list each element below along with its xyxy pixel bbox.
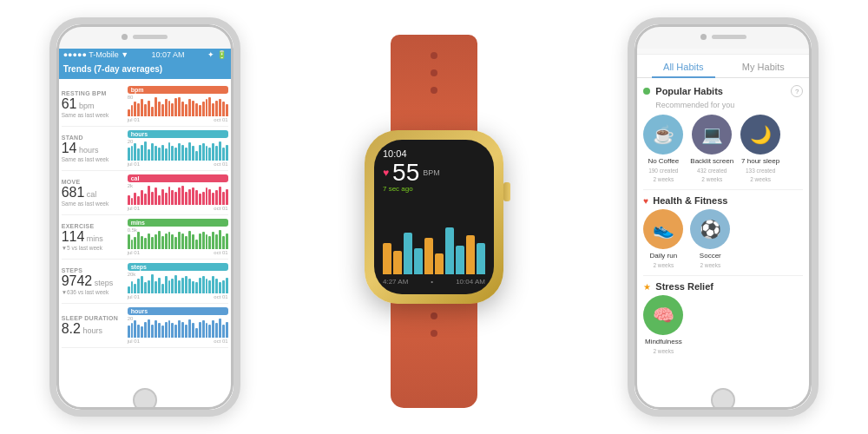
stress-habits-row: 🧠Mindfulness2 weeks: [643, 295, 803, 354]
health-row: STEPS 9742 steps ▼636 vs last week steps…: [62, 260, 228, 304]
watch-band-bottom: [391, 295, 477, 408]
watch-bar: [477, 243, 485, 274]
watch-screen: 10:04 ♥ 55 BPM 7 sec ago 4:27 AM • 10:04…: [374, 140, 494, 294]
health-section-header: ♥ Health & Fitness: [643, 195, 803, 206]
band-hole-3: [431, 87, 437, 94]
watch-band-top: [391, 35, 477, 139]
divider-1: [643, 189, 803, 190]
habit-name: No Coffee: [648, 157, 679, 165]
clock: 10:07 AM: [152, 50, 185, 59]
habit-weeks: 2 weeks: [750, 176, 771, 182]
watch-time-right: 10:04 AM: [456, 278, 485, 286]
habit-count: 432 created: [697, 168, 727, 174]
phone-top-bar: [56, 24, 233, 49]
watch-bpm-unit: BPM: [423, 168, 440, 177]
habits-screen: All HabitsMy Habits Popular Habits ? Rec…: [635, 49, 812, 410]
question-icon[interactable]: ?: [791, 85, 803, 97]
status-bar: ●●●●● T-Mobile ▼ 10:07 AM ✦ 🔋: [56, 49, 233, 61]
speaker-right: [712, 35, 746, 39]
home-button[interactable]: [133, 388, 157, 412]
watch-bar: [393, 251, 402, 274]
power-button-right: [816, 111, 819, 155]
health-habits-row: 👟Daily run2 weeks⚽Soccer2 weeks: [643, 209, 803, 268]
watch-container: 10:04 ♥ 55 BPM 7 sec ago 4:27 AM • 10:04…: [339, 130, 529, 304]
watch-bar: [424, 238, 433, 274]
camera-right: [700, 34, 707, 40]
habit-icon: ☕: [643, 115, 683, 155]
power-button: [238, 111, 240, 155]
habit-count: 133 created: [746, 168, 775, 174]
habit-item[interactable]: 🌙7 hour sleep133 created2 weeks: [740, 115, 780, 182]
habit-name: Backlit screen: [690, 157, 733, 165]
speaker: [133, 35, 168, 39]
popular-dot: [643, 88, 650, 95]
habits-tabs: All HabitsMy Habits: [635, 55, 812, 78]
habit-count: 190 created: [648, 168, 678, 174]
habit-name: Mindfulness: [645, 338, 682, 345]
watch-bar: [435, 253, 444, 274]
watch-bar: [383, 243, 391, 274]
watch-bpm: 55: [392, 161, 419, 185]
health-screen: ●●●●● T-Mobile ▼ 10:07 AM ✦ 🔋 Trends (7-…: [56, 49, 233, 410]
habit-icon: 🧠: [643, 295, 683, 335]
habit-icon: 🌙: [740, 115, 780, 155]
band-hole-4: [431, 312, 437, 319]
tab-my-habits[interactable]: My Habits: [723, 55, 803, 77]
habit-icon: ⚽: [690, 209, 730, 249]
health-row: STAND 14 hours Same as last week hours20…: [62, 127, 228, 171]
health-row: MOVE 681 cal Same as last week cal2kjul …: [62, 171, 228, 215]
habit-weeks: 2 weeks: [653, 176, 674, 182]
habit-item[interactable]: ☕No Coffee190 created2 weeks: [643, 115, 683, 182]
health-header: Trends (7-day averages): [56, 61, 233, 79]
watch-bar: [404, 233, 412, 274]
habit-item[interactable]: 🧠Mindfulness2 weeks: [643, 295, 683, 354]
health-row: SLEEP DURATION 8.2 hours hours20jul 01oc…: [62, 304, 228, 348]
tab-all-habits[interactable]: All Habits: [643, 55, 723, 77]
band-hole-2: [431, 69, 437, 76]
volume-button-right: [628, 94, 630, 118]
habit-count: 2 weeks: [700, 262, 720, 268]
habit-name: 7 hour sleep: [741, 157, 779, 165]
watch-ago: 7 sec ago: [383, 185, 485, 193]
status-icons: ✦ 🔋: [207, 50, 227, 59]
habits-content: Popular Habits ? Recommended for you ☕No…: [635, 78, 812, 368]
band-hole-1: [431, 52, 437, 59]
phone-top-bar-right: [635, 24, 812, 49]
popular-habits-row: ☕No Coffee190 created2 weeks💻Backlit scr…: [643, 115, 803, 182]
popular-title: Popular Habits: [655, 86, 723, 96]
watch-time-left: 4:27 AM: [383, 278, 408, 286]
habit-weeks: 2 weeks: [701, 176, 722, 182]
health-content: RESTING BPM 61 bpm Same as last week bpm…: [56, 79, 233, 352]
health-row: RESTING BPM 61 bpm Same as last week bpm…: [62, 82, 228, 127]
camera: [122, 34, 128, 40]
habit-item[interactable]: ⚽Soccer2 weeks: [690, 209, 730, 268]
watch-bottom-row: 4:27 AM • 10:04 AM: [383, 278, 485, 286]
habit-name: Daily run: [650, 252, 678, 260]
habit-icon: 👟: [643, 209, 683, 249]
habit-item[interactable]: 👟Daily run2 weeks: [643, 209, 683, 268]
watch-shell: 10:04 ♥ 55 BPM 7 sec ago 4:27 AM • 10:04…: [365, 130, 503, 304]
habit-name: Soccer: [700, 252, 721, 260]
band-hole-5: [431, 330, 437, 337]
habit-icon: 💻: [692, 115, 732, 155]
watch-time: 10:04: [383, 148, 407, 159]
left-phone: ●●●●● T-Mobile ▼ 10:07 AM ✦ 🔋 Trends (7-…: [49, 17, 240, 417]
watch-assembly: 10:04 ♥ 55 BPM 7 sec ago 4:27 AM • 10:04…: [365, 130, 503, 304]
home-button-right[interactable]: [711, 388, 735, 412]
star-icon: ★: [643, 282, 651, 292]
health-row: EXERCISE 114 mins ▼5 vs last week mins0.…: [62, 215, 228, 260]
habit-item[interactable]: 💻Backlit screen432 created2 weeks: [690, 115, 733, 182]
volume-button: [49, 94, 52, 118]
habit-count: 2 weeks: [653, 262, 674, 268]
heart-icon-section: ♥: [643, 196, 648, 206]
watch-bar: [456, 246, 464, 274]
popular-sub: Recommended for you: [655, 101, 803, 109]
health-title: Health & Fitness: [653, 195, 727, 206]
watch-bars: [383, 196, 485, 274]
habits-status-bar: [635, 49, 812, 55]
stress-section-header: ★ Stress Relief: [643, 281, 803, 292]
carrier: ●●●●● T-Mobile ▼: [63, 50, 128, 59]
divider-2: [643, 275, 803, 276]
right-phone: All HabitsMy Habits Popular Habits ? Rec…: [628, 17, 819, 417]
watch-time-row: 10:04: [383, 148, 485, 159]
